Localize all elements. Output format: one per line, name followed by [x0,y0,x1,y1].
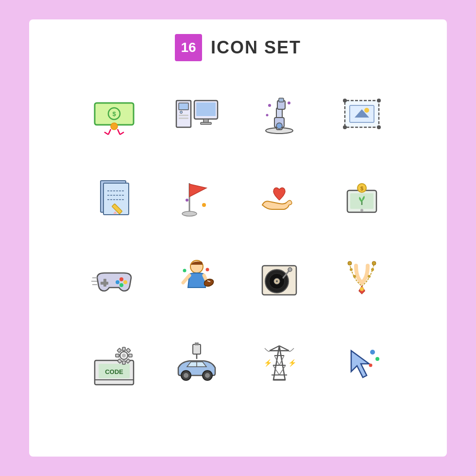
svg-line-4 [108,129,111,135]
svg-point-86 [122,354,126,357]
svg-point-10 [180,111,183,114]
svg-point-43 [202,203,206,207]
svg-rect-97 [197,342,199,345]
svg-rect-95 [193,344,201,354]
svg-point-53 [119,277,123,281]
svg-text:⚡: ⚡ [264,359,272,367]
svg-point-69 [276,280,278,282]
svg-rect-52 [101,282,108,285]
svg-text:⚡: ⚡ [288,359,297,367]
svg-rect-14 [196,102,216,116]
svg-point-28 [377,99,381,102]
svg-line-5 [118,129,120,135]
icon-turntable [243,244,316,317]
icon-necklace [325,244,398,317]
svg-point-54 [123,280,127,284]
svg-point-120 [369,364,373,367]
icon-football-player [160,244,233,317]
svg-text:$: $ [360,186,363,191]
svg-point-79 [368,275,371,278]
svg-point-33 [364,108,369,113]
svg-rect-22 [279,98,284,102]
svg-rect-9 [179,103,188,110]
svg-point-55 [116,280,119,284]
icon-image-edit [325,79,398,152]
icon-microscope [243,79,316,152]
svg-point-75 [372,261,376,265]
svg-point-71 [288,268,292,272]
header: 16 ICON SET [175,34,301,61]
icon-cursor [325,326,398,399]
icon-care-heart [243,161,316,234]
svg-point-44 [186,199,188,202]
header-badge: 16 [175,34,202,61]
svg-line-6 [104,132,108,135]
svg-text:$: $ [112,110,116,118]
svg-rect-96 [195,342,197,345]
svg-point-78 [353,275,356,278]
svg-point-77 [371,268,374,271]
svg-point-119 [375,357,379,361]
svg-rect-89 [116,354,119,357]
svg-point-47 [360,209,363,212]
svg-point-74 [348,261,352,265]
svg-point-42 [182,211,197,216]
svg-rect-90 [129,354,132,357]
svg-point-64 [206,268,209,272]
svg-rect-11 [179,115,188,116]
svg-point-30 [377,125,381,129]
icon-grid: $ [78,79,398,399]
icon-gamepad [78,244,151,317]
icon-blueprint [78,161,151,234]
icon-desktop-computer [160,79,233,152]
svg-point-27 [343,99,347,102]
svg-point-103 [205,373,210,378]
svg-text:CODE: CODE [105,368,123,375]
svg-point-25 [266,114,269,117]
icon-power-tower: ⚡ ⚡ [243,326,316,399]
svg-point-29 [343,125,347,129]
header-title: ICON SET [211,37,301,58]
icon-investment: $ [325,161,398,234]
svg-point-20 [276,123,282,129]
icon-money-award: $ [78,79,151,152]
svg-point-24 [288,102,290,104]
svg-line-7 [120,132,124,135]
icon-electric-car [160,326,233,399]
svg-point-101 [184,373,188,378]
svg-point-3 [111,123,118,130]
svg-line-113 [270,346,279,351]
svg-line-114 [279,346,289,351]
svg-point-118 [370,350,375,355]
main-card: 16 ICON SET $ [29,19,447,457]
svg-point-23 [268,104,271,107]
svg-rect-12 [179,118,188,119]
svg-point-56 [119,283,123,287]
svg-rect-87 [122,347,125,351]
svg-rect-16 [201,122,211,124]
svg-point-76 [350,268,353,271]
svg-point-73 [360,287,364,291]
svg-point-63 [183,269,187,272]
svg-rect-88 [122,361,125,364]
icon-flag [160,161,233,234]
icon-code-settings: CODE [78,326,151,399]
